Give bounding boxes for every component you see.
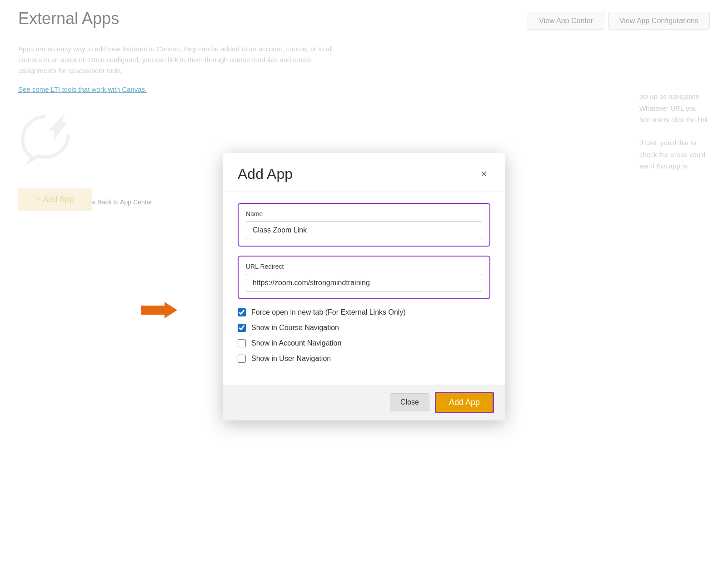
modal-footer: Close Add App (223, 385, 505, 420)
checkbox-account-nav-label: Show in Account Navigation (251, 339, 341, 347)
url-label: URL Redirect (246, 263, 482, 270)
modal-backdrop: Add App × Name URL Redirect Force open i… (0, 0, 728, 573)
add-app-button[interactable]: Add App (435, 392, 494, 413)
checkbox-account-nav[interactable]: Show in Account Navigation (238, 339, 490, 347)
name-input[interactable] (246, 221, 482, 239)
arrow-annotation (141, 302, 177, 318)
arrow-icon (141, 302, 177, 318)
checkbox-force-new-tab-label: Force open in new tab (For External Link… (251, 308, 406, 316)
modal-header: Add App × (223, 153, 505, 192)
name-field-group: Name (238, 203, 490, 247)
modal-close-button[interactable]: × (477, 167, 490, 181)
svg-marker-0 (141, 302, 177, 318)
checkbox-user-nav[interactable]: Show in User Navigation (238, 355, 490, 363)
checkbox-course-nav-label: Show in Course Navigation (251, 324, 339, 332)
url-field-group: URL Redirect (238, 256, 490, 299)
modal-title: Add App (238, 166, 293, 183)
close-button[interactable]: Close (390, 393, 429, 411)
checkbox-force-new-tab-input[interactable] (238, 308, 246, 316)
add-app-modal: Add App × Name URL Redirect Force open i… (223, 153, 505, 420)
url-input[interactable] (246, 274, 482, 292)
checkbox-force-new-tab[interactable]: Force open in new tab (For External Link… (238, 308, 490, 316)
checkbox-course-nav-input[interactable] (238, 324, 246, 332)
name-label: Name (246, 210, 482, 217)
modal-body: Name URL Redirect Force open in new tab … (223, 192, 505, 385)
checkbox-course-nav[interactable]: Show in Course Navigation (238, 324, 490, 332)
checkboxes-group: Force open in new tab (For External Link… (238, 308, 490, 363)
checkbox-user-nav-input[interactable] (238, 355, 246, 363)
checkbox-account-nav-input[interactable] (238, 339, 246, 347)
checkbox-user-nav-label: Show in User Navigation (251, 355, 331, 363)
